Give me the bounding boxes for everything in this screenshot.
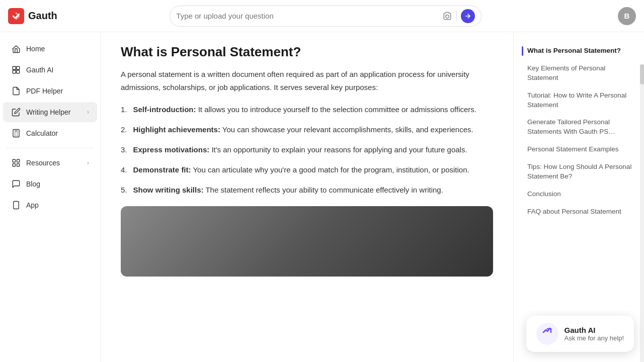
sidebar-item-pdf-helper[interactable]: PDF Helper: [3, 81, 97, 101]
list-item: 5. Show writing skills: The statement re…: [121, 184, 493, 196]
search-button[interactable]: [461, 9, 475, 23]
toc-item-conclusion[interactable]: Conclusion: [522, 186, 636, 203]
logo-icon: [8, 8, 24, 24]
sidebar: Home Gauth AI PDF Helper: [0, 32, 101, 362]
toc-item-key-elements[interactable]: Key Elements of Personal Statement: [522, 60, 636, 87]
svg-point-0: [446, 15, 449, 18]
page-title: What is Personal Statement?: [121, 44, 493, 60]
sidebar-item-home[interactable]: Home: [3, 39, 97, 59]
svg-rect-14: [17, 159, 20, 162]
scrollbar-track: [640, 64, 644, 362]
svg-rect-13: [13, 159, 15, 162]
content-image: [121, 206, 493, 277]
topbar: Gauth B: [0, 0, 644, 32]
pdf-icon: [11, 86, 21, 96]
svg-rect-17: [14, 202, 19, 209]
content-list: 1. Self-introduction: It allows you to i…: [121, 104, 493, 196]
search-divider: [456, 11, 457, 21]
content-area: What is Personal Statement? A personal s…: [101, 32, 513, 362]
toc-item-generate[interactable]: Generate Tailored Personal Statements Wi…: [522, 114, 636, 141]
sidebar-item-writing-helper[interactable]: Writing Helper ›: [3, 102, 97, 122]
calculator-icon: [11, 128, 21, 138]
chat-widget[interactable]: Gauth AI Ask me for any help!: [526, 316, 634, 352]
list-item: 4. Demonstrate fit: You can articulate w…: [121, 164, 493, 176]
list-num-2: 2.: [121, 124, 127, 136]
sidebar-label-gauth-ai: Gauth AI: [26, 66, 53, 74]
sidebar-item-blog[interactable]: Blog: [3, 174, 97, 194]
toc-item-what-is[interactable]: What is Personal Statement?: [522, 42, 636, 60]
list-num-4: 4.: [121, 164, 127, 176]
gauth-ai-icon: [11, 65, 21, 75]
logo-area: Gauth: [8, 8, 99, 24]
sidebar-label-resources: Resources: [26, 159, 60, 167]
toc-label-examples: Personal Statement Examples: [527, 145, 619, 154]
toc-label-tutorial: Tutorial: How to Write A Personal Statem…: [527, 91, 636, 110]
toc-item-examples[interactable]: Personal Statement Examples: [522, 141, 636, 158]
sidebar-divider: [6, 148, 94, 148]
page-intro: A personal statement is a written docume…: [121, 68, 493, 94]
list-item-text-3: Express motivations: It's an opportunity…: [133, 144, 467, 156]
logo-text: Gauth: [28, 10, 57, 22]
list-item: 3. Express motivations: It's an opportun…: [121, 144, 493, 156]
list-item: 2. Highlight achievements: You can showc…: [121, 124, 493, 136]
svg-rect-15: [13, 164, 15, 166]
main-layout: Home Gauth AI PDF Helper: [0, 32, 644, 362]
gauth-ai-chat-icon: [541, 326, 554, 342]
svg-rect-1: [13, 66, 16, 69]
chevron-right-icon: ›: [87, 109, 89, 116]
toc-label-tips: Tips: How Long Should A Personal Stateme…: [527, 162, 636, 182]
camera-icon[interactable]: [442, 11, 452, 21]
svg-rect-2: [17, 66, 20, 69]
sidebar-label-blog: Blog: [26, 180, 40, 188]
toc-label-generate: Generate Tailored Personal Statements Wi…: [527, 118, 636, 137]
avatar[interactable]: B: [618, 7, 636, 25]
toc-label-conclusion: Conclusion: [527, 190, 561, 199]
resources-icon: [11, 158, 21, 168]
sidebar-label-calc: Calculator: [26, 129, 58, 137]
svg-rect-3: [13, 70, 16, 73]
list-num-3: 3.: [121, 144, 127, 156]
toc-label-faq: FAQ about Personal Statement: [527, 207, 621, 217]
toc-item-tips[interactable]: Tips: How Long Should A Personal Stateme…: [522, 158, 636, 186]
list-item-text-4: Demonstrate fit: You can articulate why …: [133, 164, 469, 176]
sidebar-item-gauth-ai[interactable]: Gauth AI: [3, 60, 97, 80]
sidebar-label-pdf: PDF Helper: [26, 87, 63, 95]
sidebar-label-writing: Writing Helper: [26, 108, 70, 116]
writing-icon: [11, 107, 21, 117]
toc-item-tutorial[interactable]: Tutorial: How to Write A Personal Statem…: [522, 87, 636, 114]
chevron-right-icon-2: ›: [87, 159, 89, 166]
sidebar-item-calculator[interactable]: Calculator: [3, 123, 97, 143]
home-icon: [11, 44, 21, 54]
chat-widget-icon: [536, 323, 558, 345]
search-bar: [170, 6, 481, 27]
search-input[interactable]: [176, 12, 438, 20]
app-icon: [11, 200, 21, 210]
toc-active-bar: [522, 46, 523, 56]
toc-item-faq[interactable]: FAQ about Personal Statement: [522, 203, 636, 221]
list-item-text-1: Self-introduction: It allows you to intr…: [133, 104, 476, 116]
list-item-text-2: Highlight achievements: You can showcase…: [133, 124, 473, 136]
svg-rect-16: [17, 164, 20, 166]
chat-text-area: Gauth AI Ask me for any help!: [565, 326, 624, 342]
sidebar-item-app[interactable]: App: [3, 195, 97, 215]
toc-panel: What is Personal Statement? Key Elements…: [513, 32, 644, 362]
sidebar-item-resources[interactable]: Resources ›: [3, 153, 97, 173]
list-num-1: 1.: [121, 104, 127, 116]
svg-rect-4: [17, 70, 20, 73]
sidebar-label-home: Home: [26, 45, 45, 53]
blog-icon: [11, 179, 21, 189]
chat-subtitle: Ask me for any help!: [565, 334, 624, 342]
chat-title: Gauth AI: [565, 326, 624, 334]
toc-label-key-elements: Key Elements of Personal Statement: [527, 64, 636, 83]
list-item: 1. Self-introduction: It allows you to i…: [121, 104, 493, 116]
list-item-text-5: Show writing skills: The statement refle…: [133, 184, 443, 196]
toc-label-what-is: What is Personal Statement?: [527, 46, 621, 56]
svg-rect-5: [13, 130, 19, 137]
scrollbar-thumb[interactable]: [640, 64, 644, 84]
list-num-5: 5.: [121, 184, 127, 196]
sidebar-label-app: App: [26, 201, 39, 209]
